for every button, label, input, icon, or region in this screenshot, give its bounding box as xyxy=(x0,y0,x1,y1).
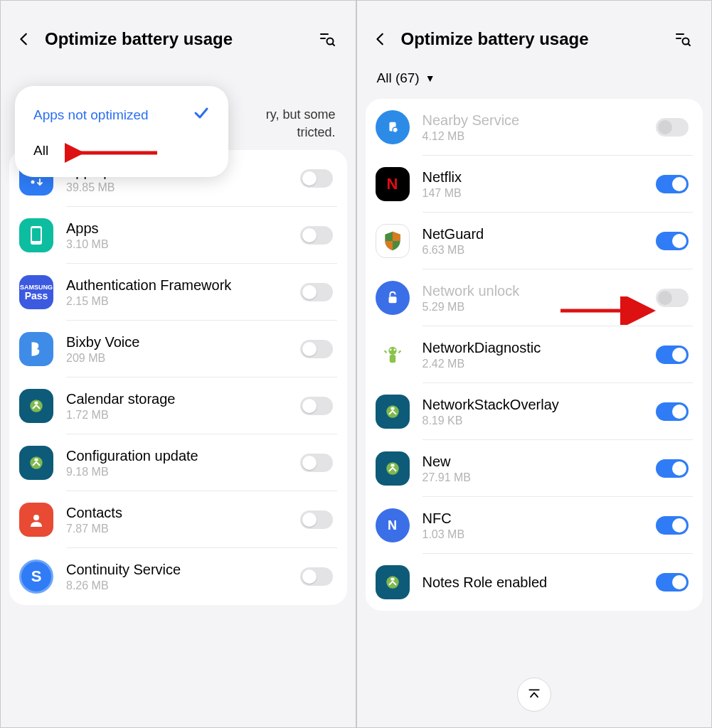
optimize-toggle[interactable] xyxy=(656,175,689,193)
app-icon: N xyxy=(376,167,410,201)
app-icon xyxy=(19,218,53,252)
app-icon: S xyxy=(19,560,53,594)
back-button[interactable] xyxy=(16,25,45,53)
optimize-toggle[interactable] xyxy=(300,283,333,301)
app-row[interactable]: Configuration update9.18 MB xyxy=(9,434,347,491)
filter-search-button[interactable] xyxy=(314,26,340,52)
app-icon xyxy=(376,565,410,599)
scroll-to-top-button[interactable] xyxy=(517,678,551,712)
chevron-down-icon: ▼ xyxy=(425,73,435,84)
optimize-toggle[interactable] xyxy=(300,567,333,586)
optimize-toggle[interactable] xyxy=(300,169,333,188)
app-name: Configuration update xyxy=(66,447,300,464)
optimize-toggle[interactable] xyxy=(656,516,689,535)
app-size: 39.85 MB xyxy=(66,181,300,194)
app-icon xyxy=(376,281,410,315)
app-size: 7.87 MB xyxy=(66,523,300,535)
app-row[interactable]: NetworkStackOverlay8.19 KB xyxy=(366,383,703,440)
app-size: 3.10 MB xyxy=(66,238,300,251)
optimize-toggle[interactable] xyxy=(656,573,689,592)
optimize-toggle[interactable] xyxy=(300,397,333,415)
dropdown-option-not-optimized[interactable]: Apps not optimized xyxy=(15,96,228,134)
optimize-toggle[interactable] xyxy=(656,346,689,364)
app-name: NFC xyxy=(423,510,657,527)
filter-dropdown[interactable]: All (67) ▼ xyxy=(357,63,712,96)
optimize-toggle[interactable] xyxy=(300,510,333,529)
app-row[interactable]: SContinuity Service8.26 MB xyxy=(9,548,347,605)
app-info: Network unlock5.29 MB xyxy=(423,282,657,314)
app-info: NFC1.03 MB xyxy=(423,510,657,541)
app-icon xyxy=(376,224,410,258)
app-size: 27.91 MB xyxy=(423,471,657,484)
filter-search-button[interactable] xyxy=(670,26,696,52)
svg-rect-32 xyxy=(390,578,394,581)
app-size: 1.72 MB xyxy=(66,409,300,422)
app-info: NetworkDiagnostic2.42 MB xyxy=(423,339,657,370)
svg-rect-28 xyxy=(390,407,394,410)
svg-point-6 xyxy=(31,181,35,184)
app-info: Continuity Service8.26 MB xyxy=(66,561,300,592)
app-row[interactable]: New27.91 MB xyxy=(366,440,703,497)
app-info: Bixby Voice209 MB xyxy=(66,333,300,365)
page-title: Optimize battery usage xyxy=(45,29,314,49)
svg-rect-24 xyxy=(389,355,395,363)
app-row[interactable]: NetGuard6.63 MB xyxy=(366,213,703,269)
app-row[interactable]: NNFC1.03 MB xyxy=(366,497,703,554)
optimize-toggle[interactable] xyxy=(656,459,689,478)
app-info: Authentication Framework2.15 MB xyxy=(66,277,300,308)
app-icon xyxy=(376,451,410,486)
app-row[interactable]: Bixby Voice209 MB xyxy=(9,321,347,378)
optimize-toggle[interactable] xyxy=(656,232,689,250)
app-size: 209 MB xyxy=(66,352,300,365)
svg-point-23 xyxy=(388,347,396,355)
app-name: Notes Role enabled xyxy=(423,574,657,591)
app-size: 9.18 MB xyxy=(66,466,300,478)
app-row[interactable]: Calendar storage1.72 MB xyxy=(9,378,347,434)
svg-rect-10 xyxy=(35,402,38,405)
app-size: 147 MB xyxy=(423,187,657,200)
app-name: Contacts xyxy=(66,504,300,521)
hint-fragment-1: ry, but some xyxy=(266,107,336,122)
app-row[interactable]: NNetflix147 MB xyxy=(366,156,703,213)
app-name: Calendar storage xyxy=(66,390,300,407)
optimize-toggle[interactable] xyxy=(300,340,333,358)
app-name: NetGuard xyxy=(423,225,657,242)
app-name: NetworkStackOverlay xyxy=(423,396,657,413)
app-name: Network unlock xyxy=(423,282,657,299)
optimize-toggle[interactable] xyxy=(656,402,689,421)
page-title: Optimize battery usage xyxy=(401,29,671,49)
right-pane: Optimize battery usage All (67) ▼ Nearby… xyxy=(356,0,713,728)
dropdown-option-all[interactable]: All xyxy=(15,134,228,167)
app-name: Apps xyxy=(66,220,300,237)
app-info: New27.91 MB xyxy=(423,453,657,484)
app-icon xyxy=(376,110,410,144)
optimize-toggle[interactable] xyxy=(300,226,333,245)
app-row[interactable]: Notes Role enabled xyxy=(366,554,703,611)
app-info: Configuration update9.18 MB xyxy=(66,447,300,478)
app-icon: SAMSUNGPass xyxy=(19,275,53,309)
app-row[interactable]: Nearby Service4.12 MB xyxy=(366,99,703,156)
app-info: Nearby Service4.12 MB xyxy=(423,112,657,143)
back-button[interactable] xyxy=(373,25,401,53)
app-name: New xyxy=(423,453,657,470)
check-icon xyxy=(193,105,210,126)
app-info: Apps3.10 MB xyxy=(66,220,300,251)
app-info: Netflix147 MB xyxy=(423,168,657,200)
app-row[interactable]: NetworkDiagnostic2.42 MB xyxy=(366,326,703,383)
header: Optimize battery usage xyxy=(357,1,712,63)
app-name: Nearby Service xyxy=(423,112,657,129)
optimize-toggle[interactable] xyxy=(300,454,333,472)
app-size: 4.12 MB xyxy=(423,130,657,143)
app-row[interactable]: SAMSUNGPassAuthentication Framework2.15 … xyxy=(9,264,347,321)
app-row[interactable]: Apps3.10 MB xyxy=(9,207,347,264)
svg-rect-22 xyxy=(388,296,396,303)
app-list: Nearby Service4.12 MBNNetflix147 MBNetGu… xyxy=(366,99,703,611)
dropdown-option-label: Apps not optimized xyxy=(33,107,149,123)
app-info: NetGuard6.63 MB xyxy=(423,225,657,257)
app-size: 1.03 MB xyxy=(423,528,657,541)
app-row[interactable]: Contacts7.87 MB xyxy=(9,491,347,548)
app-name: Netflix xyxy=(423,168,657,186)
app-size: 8.26 MB xyxy=(66,579,300,592)
app-row[interactable]: Network unlock5.29 MB xyxy=(366,269,703,326)
svg-point-26 xyxy=(393,349,395,351)
